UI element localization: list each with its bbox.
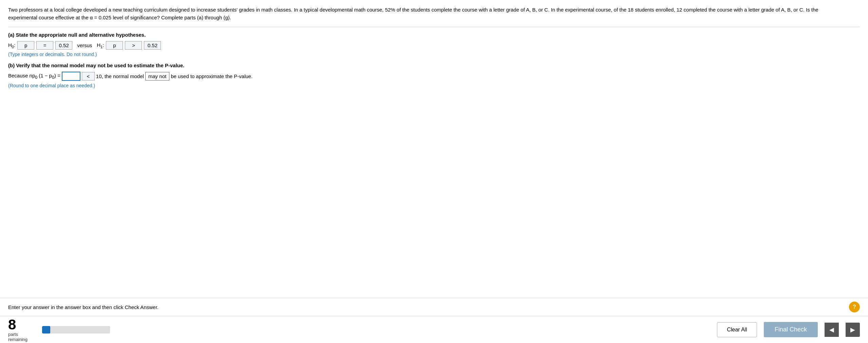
part-b-hint: (Round to one decimal place as needed.) bbox=[8, 83, 860, 88]
part-a-label: (a) State the appropriate null and alter… bbox=[8, 32, 860, 38]
help-button[interactable]: ? bbox=[849, 302, 860, 312]
versus-text: versus bbox=[77, 42, 92, 48]
h0-operator: = bbox=[36, 41, 53, 50]
divider bbox=[8, 27, 860, 27]
part-a-hint: (Type integers or decimals. Do not round… bbox=[8, 52, 860, 57]
h1-value: 0.52 bbox=[144, 41, 161, 50]
h0-label: H0: bbox=[8, 42, 15, 49]
nav-prev-button[interactable]: ◀ bbox=[825, 323, 839, 337]
question-text: Two professors at a local college develo… bbox=[8, 6, 823, 21]
nav-next-button[interactable]: ▶ bbox=[846, 323, 860, 337]
bottom-instruction-bar: Enter your answer in the answer box and … bbox=[0, 298, 868, 316]
parts-label: partsremaining bbox=[8, 332, 27, 342]
h1-variable: p bbox=[106, 41, 123, 50]
parts-remaining-container: 8 partsremaining bbox=[8, 318, 35, 342]
because-row: Because np0 (1 − p0) = < 10, the normal … bbox=[8, 72, 860, 81]
part-a-description: State the appropriate null and alternati… bbox=[16, 32, 146, 38]
h1-operator: > bbox=[125, 41, 142, 50]
part-b-description: Verify that the normal model may not be … bbox=[16, 62, 184, 68]
clear-all-button[interactable]: Clear All bbox=[717, 322, 757, 337]
instruction-text: Enter your answer in the answer box and … bbox=[8, 304, 849, 310]
h0-variable: p bbox=[17, 41, 34, 50]
part-b-letter: (b) bbox=[8, 62, 15, 68]
part-b-label: (b) Verify that the normal model may not… bbox=[8, 62, 860, 68]
h0-value: 0.52 bbox=[55, 41, 72, 50]
suffix-text: be used to approximate the P-value. bbox=[171, 73, 253, 79]
progress-bar-fill bbox=[42, 326, 50, 333]
paren-open: (1 − p0) = bbox=[39, 73, 60, 80]
final-check-button[interactable]: Final Check bbox=[764, 322, 818, 337]
may-not-dropdown[interactable]: may not bbox=[145, 72, 169, 80]
hypothesis-row: H0: p = 0.52 versus H1: p > 0.52 bbox=[8, 41, 860, 50]
part-a-section: (a) State the appropriate null and alter… bbox=[8, 32, 860, 57]
h1-label: H1: bbox=[97, 42, 104, 49]
progress-bar-container bbox=[42, 326, 110, 333]
footer-bar: 8 partsremaining Clear All Final Check ◀… bbox=[0, 316, 868, 343]
np0-answer-input[interactable] bbox=[62, 72, 80, 81]
part-b-section: (b) Verify that the normal model may not… bbox=[8, 62, 860, 88]
parts-number: 8 bbox=[8, 318, 16, 332]
because-prefix: Because np0 bbox=[8, 73, 37, 80]
threshold-text: 10, the normal model bbox=[96, 73, 144, 79]
compare-operator-dropdown[interactable]: < bbox=[82, 72, 95, 80]
part-a-letter: (a) bbox=[8, 32, 14, 38]
